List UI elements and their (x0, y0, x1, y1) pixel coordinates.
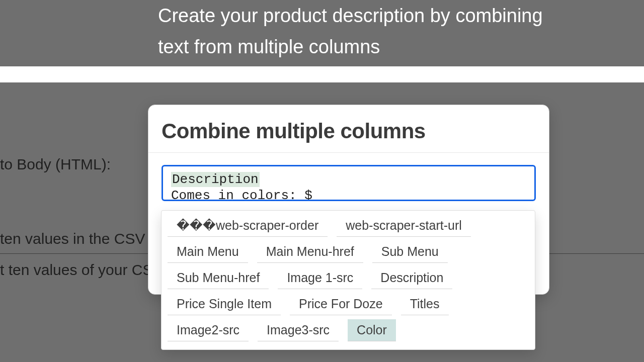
column-chip[interactable]: Image3-src (258, 319, 339, 341)
editor-line-1: Description (171, 171, 526, 188)
page-header: Create your product description by combi… (0, 0, 644, 66)
editor-token-description: Description (171, 172, 260, 187)
column-chip[interactable]: Sub Menu (372, 241, 448, 263)
column-chip[interactable]: Image2-src (168, 319, 249, 341)
column-chip[interactable]: web-scraper-start-url (337, 215, 471, 237)
column-chip[interactable]: Price For Doze (290, 293, 392, 315)
template-editor[interactable]: Description Comes in colors: $ (162, 165, 536, 201)
column-chip[interactable]: Price Single Item (168, 293, 281, 315)
column-chip[interactable]: Sub Menu-href (168, 267, 269, 289)
header-divider (0, 66, 644, 82)
column-chip[interactable]: Description (371, 267, 452, 289)
page-subtitle: Create your product description by combi… (158, 0, 571, 62)
column-chip[interactable]: Image 1-src (278, 267, 362, 289)
modal-header: Combine multiple columns (148, 105, 549, 153)
column-chip[interactable]: Color (348, 319, 396, 341)
editor-cursor-dollar: $ (304, 188, 312, 201)
editor-line-2: Comes in colors: $ (171, 188, 526, 201)
preview-label-top: ten values in the CSV (0, 230, 145, 247)
template-editor-wrap: Description Comes in colors: $ (148, 153, 549, 201)
column-chip[interactable]: Titles (401, 293, 449, 315)
column-chip-list: ���web-scraper-orderweb-scraper-start-ur… (168, 213, 529, 343)
column-suggestions-popover: ���web-scraper-orderweb-scraper-start-ur… (161, 210, 535, 350)
column-chip[interactable]: ���web-scraper-order (168, 215, 328, 237)
column-chip[interactable]: Main Menu-href (257, 241, 363, 263)
editor-line2-text: Comes in colors: (171, 188, 304, 201)
column-chip[interactable]: Main Menu (168, 241, 248, 263)
app-root: Create your product description by combi… (0, 0, 644, 362)
mapping-label: to Body (HTML): (0, 156, 111, 173)
modal-title: Combine multiple columns (162, 119, 536, 143)
